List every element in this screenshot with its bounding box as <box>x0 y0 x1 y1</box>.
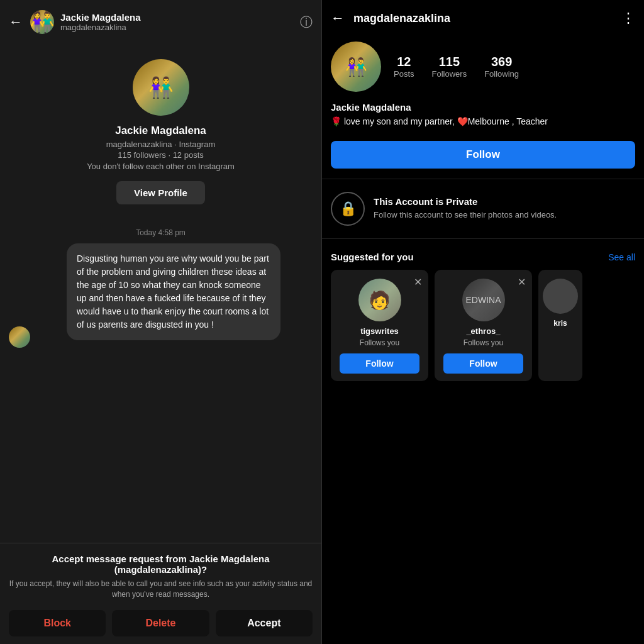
suggested-follows-2: Follows you <box>464 338 503 347</box>
header-name: Jackie Magdalena <box>60 12 300 23</box>
suggested-username-2[interactable]: _ethros_ <box>466 326 500 336</box>
right-avatar-image: 👫 <box>331 42 381 92</box>
messages-area: Disgusting human you are why would you b… <box>0 243 321 543</box>
left-panel: ← 👫 Jackie Magdalena magdalenazaklina ⓘ … <box>0 0 322 644</box>
accept-section: Accept message request from Jackie Magda… <box>0 543 321 644</box>
message-timestamp: Today 4:58 pm <box>0 217 321 243</box>
stats-group: 12 Posts 115 Followers 369 Following <box>394 55 519 79</box>
suggested-cards: ✕ 🧑 tigswrites Follows you Follow ✕ EDWI… <box>322 270 644 381</box>
stat-followers[interactable]: 115 Followers <box>432 55 467 79</box>
suggested-avatar-1: 🧑 <box>358 279 401 321</box>
see-all-link[interactable]: See all <box>608 252 635 262</box>
right-avatar: 👫 <box>331 42 381 92</box>
profile-stats-row: 👫 12 Posts 115 Followers 369 Following <box>322 36 644 102</box>
back-button-left[interactable]: ← <box>9 14 23 30</box>
block-button[interactable]: Block <box>9 610 106 636</box>
posts-count: 12 <box>397 55 411 69</box>
delete-button[interactable]: Delete <box>112 610 209 636</box>
left-header-info: Jackie Magdalena magdalenazaklina <box>60 12 300 32</box>
suggested-follows-1: Follows you <box>360 338 399 347</box>
profile-card-sub: magdalenazaklina · Instagram <box>106 140 215 149</box>
lock-icon: 🔒 <box>331 192 365 226</box>
private-account-subtitle: Follow this account to see their photos … <box>374 209 557 221</box>
view-profile-button[interactable]: View Profile <box>116 181 205 204</box>
profile-card: 👫 Jackie Magdalena magdalenazaklina · In… <box>0 44 321 217</box>
suggested-avatar-3 <box>543 279 578 314</box>
suggested-follow-btn-2[interactable]: Follow <box>443 353 523 374</box>
suggested-title: Suggested for you <box>331 252 414 262</box>
header-username: magdalenazaklina <box>60 23 300 32</box>
profile-card-name: Jackie Magdalena <box>115 125 206 137</box>
suggested-card-1: ✕ 🧑 tigswrites Follows you Follow <box>331 270 428 381</box>
accept-title: Accept message request from Jackie Magda… <box>9 553 313 575</box>
followers-label: Followers <box>432 69 467 79</box>
right-header-username: magdalenazaklina <box>353 12 621 25</box>
message-bubble: Disgusting human you are why would you b… <box>67 243 280 340</box>
profile-full-name: Jackie Magdalena <box>331 102 635 113</box>
accept-buttons: Block Delete Accept <box>9 610 313 636</box>
suggested-username-1[interactable]: tigswrites <box>360 326 399 336</box>
stat-following[interactable]: 369 Following <box>484 55 519 79</box>
private-account-section: 🔒 This Account is Private Follow this ac… <box>322 179 644 239</box>
suggested-card-3-partial: kris <box>538 270 582 381</box>
private-account-text: This Account is Private Follow this acco… <box>374 196 557 221</box>
follow-button[interactable]: Follow <box>331 141 635 169</box>
close-card-1[interactable]: ✕ <box>414 276 422 288</box>
stat-posts: 12 Posts <box>394 55 414 79</box>
right-header: ← magdalenazaklina ⋮ <box>322 0 644 36</box>
profile-card-follow-status: You don't follow each other on Instagram <box>87 162 235 171</box>
right-panel: ← magdalenazaklina ⋮ 👫 12 Posts 115 Foll… <box>322 0 644 644</box>
following-label: Following <box>484 69 519 79</box>
close-card-2[interactable]: ✕ <box>518 276 526 288</box>
followers-count: 115 <box>439 55 460 69</box>
suggested-header: Suggested for you See all <box>322 242 644 270</box>
private-account-title: This Account is Private <box>374 196 557 207</box>
profile-bio: 🌹 love my son and my partner, ❤️Melbourn… <box>331 115 635 128</box>
options-icon[interactable]: ⋮ <box>621 10 635 26</box>
avatar-left-header: 👫 <box>30 10 54 34</box>
profile-name-section: Jackie Magdalena 🌹 love my son and my pa… <box>322 102 644 133</box>
suggested-avatar-2: EDWINA <box>462 279 505 321</box>
posts-label: Posts <box>394 69 414 79</box>
accept-desc: If you accept, they will also be able to… <box>9 579 313 600</box>
suggested-follow-btn-1[interactable]: Follow <box>340 353 419 374</box>
accept-button[interactable]: Accept <box>216 610 313 636</box>
message-row: Disgusting human you are why would you b… <box>9 243 313 348</box>
sender-avatar <box>9 326 30 348</box>
back-button-right[interactable]: ← <box>331 10 345 26</box>
info-icon[interactable]: ⓘ <box>300 14 313 31</box>
left-header: ← 👫 Jackie Magdalena magdalenazaklina ⓘ <box>0 0 321 44</box>
suggested-card-2: ✕ EDWINA _ethros_ Follows you Follow <box>435 270 532 381</box>
avatar-image-large: 👫 <box>133 59 189 116</box>
profile-card-stats: 115 followers · 12 posts <box>118 150 204 160</box>
follow-button-container: Follow <box>322 133 644 176</box>
avatar-image: 👫 <box>30 10 54 34</box>
following-count: 369 <box>491 55 512 69</box>
profile-avatar-large: 👫 <box>133 59 189 116</box>
suggested-username-3: kris <box>553 319 567 328</box>
